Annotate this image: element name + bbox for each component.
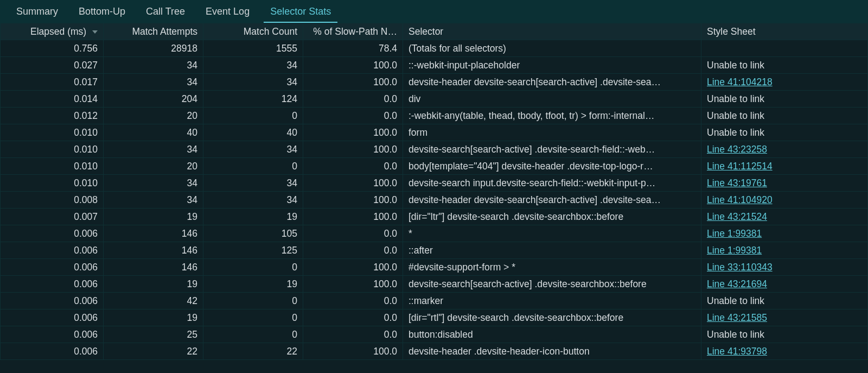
cell-stylesheet: Line 43:21694: [701, 276, 868, 293]
stylesheet-link[interactable]: Line 41:93798: [707, 346, 767, 357]
stylesheet-link[interactable]: Line 41:104920: [707, 194, 773, 205]
cell-stylesheet: Line 1:99381: [701, 242, 868, 259]
col-header-count[interactable]: Match Count: [203, 23, 303, 40]
cell-count: 124: [203, 91, 303, 108]
cell-count: 34: [203, 74, 303, 91]
cell-elapsed: 0.027: [1, 57, 104, 74]
cell-elapsed: 0.006: [1, 293, 104, 309]
cell-attempts: 20: [104, 108, 203, 124]
table-row[interactable]: 0.0102000.0body[template="404"] devsite-…: [1, 158, 868, 175]
tab-bottom-up[interactable]: Bottom-Up: [70, 1, 134, 23]
table-row[interactable]: 0.0103434100.0devsite-search[search-acti…: [1, 141, 868, 158]
cell-attempts: 34: [104, 175, 203, 192]
table-row[interactable]: 0.0062500.0button:disabledUnable to link: [1, 326, 868, 343]
cell-slow: 0.0: [303, 293, 403, 309]
cell-stylesheet: Line 43:23258: [701, 141, 868, 158]
cell-slow: 100.0: [303, 208, 403, 225]
cell-selector: devsite-search[search-active] .devsite-s…: [403, 141, 701, 158]
col-header-attempts[interactable]: Match Attempts: [104, 23, 203, 40]
cell-stylesheet: Line 43:21524: [701, 208, 868, 225]
table-row[interactable]: 0.0071919100.0[dir="ltr"] devsite-search…: [1, 208, 868, 225]
cell-elapsed: 0.006: [1, 242, 104, 259]
table-row[interactable]: 0.0103434100.0devsite-search input.devsi…: [1, 175, 868, 192]
col-header-sheet[interactable]: Style Sheet: [701, 23, 868, 40]
col-header-elapsed[interactable]: Elapsed (ms): [1, 23, 104, 40]
table-row[interactable]: 0.0062222100.0devsite-header .devsite-he…: [1, 343, 868, 360]
table-row[interactable]: 0.0061461250.0::afterLine 1:99381: [1, 242, 868, 259]
cell-elapsed: 0.006: [1, 326, 104, 343]
cell-count: 0: [203, 108, 303, 124]
cell-slow: 100.0: [303, 259, 403, 276]
cell-stylesheet: Line 43:21585: [701, 309, 868, 326]
table-row[interactable]: 0.75628918155578.4(Totals for all select…: [1, 40, 868, 57]
stylesheet-link[interactable]: Line 1:99381: [707, 228, 762, 239]
tab-call-tree[interactable]: Call Tree: [137, 1, 194, 23]
stylesheet-link[interactable]: Line 43:19761: [707, 178, 767, 188]
stylesheet-link[interactable]: Line 33:110343: [707, 262, 773, 273]
cell-attempts: 42: [104, 293, 203, 309]
cell-attempts: 34: [104, 57, 203, 74]
cell-elapsed: 0.010: [1, 124, 104, 141]
stylesheet-link[interactable]: Line 43:21694: [707, 279, 767, 289]
table-row[interactable]: 0.0061900.0[dir="rtl"] devsite-search .d…: [1, 309, 868, 326]
cell-selector: (Totals for all selectors): [403, 40, 701, 57]
table-row[interactable]: 0.0061461050.0*Line 1:99381: [1, 225, 868, 242]
cell-count: 0: [203, 326, 303, 343]
col-header-slow[interactable]: % of Slow-Path N…: [303, 23, 403, 40]
cell-count: 105: [203, 225, 303, 242]
cell-attempts: 34: [104, 74, 203, 91]
cell-selector: ::marker: [403, 293, 701, 309]
cell-slow: 100.0: [303, 175, 403, 192]
cell-attempts: 146: [104, 225, 203, 242]
cell-attempts: 204: [104, 91, 203, 108]
cell-elapsed: 0.010: [1, 175, 104, 192]
table-row[interactable]: 0.0104040100.0formUnable to link: [1, 124, 868, 141]
cell-count: 0: [203, 309, 303, 326]
cell-elapsed: 0.006: [1, 309, 104, 326]
cell-stylesheet: Unable to link: [701, 124, 868, 141]
table-row[interactable]: 0.0173434100.0devsite-header devsite-sea…: [1, 74, 868, 91]
cell-elapsed: 0.007: [1, 208, 104, 225]
table-row[interactable]: 0.0064200.0::markerUnable to link: [1, 293, 868, 309]
table-row[interactable]: 0.0061919100.0devsite-search[search-acti…: [1, 276, 868, 293]
table-row[interactable]: 0.0273434100.0::-webkit-input-placeholde…: [1, 57, 868, 74]
col-header-selector[interactable]: Selector: [403, 23, 701, 40]
cell-elapsed: 0.756: [1, 40, 104, 57]
cell-elapsed: 0.014: [1, 91, 104, 108]
stylesheet-link[interactable]: Line 1:99381: [707, 245, 762, 256]
cell-stylesheet: [701, 40, 868, 57]
cell-selector: devsite-header devsite-search[search-act…: [403, 74, 701, 91]
cell-slow: 100.0: [303, 124, 403, 141]
cell-attempts: 146: [104, 259, 203, 276]
cell-attempts: 34: [104, 192, 203, 208]
table-row[interactable]: 0.0122000.0:-webkit-any(table, thead, tb…: [1, 108, 868, 124]
stylesheet-link[interactable]: Line 43:21585: [707, 312, 767, 323]
cell-slow: 0.0: [303, 225, 403, 242]
cell-attempts: 25: [104, 326, 203, 343]
cell-stylesheet: Line 41:112514: [701, 158, 868, 175]
tab-selector-stats[interactable]: Selector Stats: [261, 1, 340, 23]
tab-summary[interactable]: Summary: [8, 1, 67, 23]
cell-selector: div: [403, 91, 701, 108]
cell-slow: 0.0: [303, 326, 403, 343]
table-row[interactable]: 0.0142041240.0divUnable to link: [1, 91, 868, 108]
cell-count: 22: [203, 343, 303, 360]
cell-selector: button:disabled: [403, 326, 701, 343]
detail-tabs: SummaryBottom-UpCall TreeEvent LogSelect…: [0, 0, 868, 23]
cell-count: 34: [203, 57, 303, 74]
cell-stylesheet: Line 43:19761: [701, 175, 868, 192]
cell-selector: ::after: [403, 242, 701, 259]
cell-slow: 0.0: [303, 309, 403, 326]
cell-attempts: 22: [104, 343, 203, 360]
cell-attempts: 19: [104, 309, 203, 326]
stylesheet-link[interactable]: Line 43:23258: [707, 144, 767, 155]
table-row[interactable]: 0.0061460100.0#devsite-support-form > *L…: [1, 259, 868, 276]
stylesheet-link[interactable]: Line 41:104218: [707, 77, 773, 87]
stylesheet-link[interactable]: Line 43:21524: [707, 211, 767, 222]
cell-slow: 0.0: [303, 91, 403, 108]
cell-slow: 0.0: [303, 158, 403, 175]
stylesheet-link[interactable]: Line 41:112514: [707, 161, 773, 172]
table-row[interactable]: 0.0083434100.0devsite-header devsite-sea…: [1, 192, 868, 208]
tab-event-log[interactable]: Event Log: [197, 1, 258, 23]
cell-count: 0: [203, 293, 303, 309]
